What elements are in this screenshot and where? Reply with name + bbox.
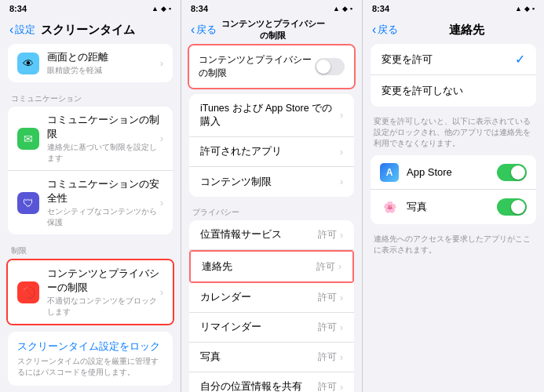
back-button-3[interactable]: ‹ 戻る <box>372 23 398 37</box>
back-label-3: 戻る <box>378 23 398 37</box>
content-privacy-highlight: 🚫 コンテンツとプライバシーの制限 不適切なコンテンツをブロックします › <box>6 259 174 325</box>
privacy-section-title: プライバシー <box>181 203 362 220</box>
comm-section-header: コミュニケーション <box>0 89 181 107</box>
location-row[interactable]: 位置情報サービス 許可 › <box>189 220 354 250</box>
battery-icon-1: ▪ <box>169 5 171 13</box>
content-privacy-row[interactable]: 🚫 コンテンツとプライバシーの制限 不適切なコンテンツをブロックします › <box>8 260 173 324</box>
itunes-label: iTunes および App Store での購入 <box>200 102 340 129</box>
content-privacy-toggle[interactable] <box>315 58 345 75</box>
panel-content-privacy: 8:34 ▲ ◆ ▪ ‹ 戻る コンテンツとプライバシーの制限 コンテンツとプラ… <box>181 0 363 392</box>
signal-icon-3: ▲ <box>515 5 522 13</box>
allow-changes-row[interactable]: 変更を許可 ✓ <box>371 44 536 75</box>
photos-app-row[interactable]: 🌸 写真 <box>371 190 536 224</box>
back-label-1: 設定 <box>15 23 35 37</box>
chevron-icon: › <box>340 110 343 121</box>
toggle-highlight-box: コンテンツとプライバシーの制限 <box>188 44 356 89</box>
itunes-appstore-row[interactable]: iTunes および App Store での購入 › <box>189 94 354 137</box>
wifi-icon-3: ◆ <box>524 5 530 13</box>
allow-changes-label: 変更を許可 <box>382 53 515 67</box>
status-bar-1: 8:34 ▲ ◆ ▪ <box>0 0 181 16</box>
nav-title-1: スクリーンタイム <box>35 23 140 38</box>
allowed-apps-label: 許可されたアプリ <box>200 145 340 158</box>
appstore-app-row[interactable]: A App Store <box>371 155 536 190</box>
comm-limit-row[interactable]: ✉ コミュニケーションの制限 連絡先に基づいて制限を設定します › <box>8 107 173 171</box>
comm-safety-subtitle: センシティブなコンテンツから保護 <box>47 206 160 228</box>
back-label-2: 戻る <box>196 23 217 37</box>
panel-contacts: 8:34 ▲ ◆ ▪ ‹ 戻る 連絡先 変更を許可 ✓ 変更を許可しない 変更を… <box>363 0 544 392</box>
wifi-icon-2: ◆ <box>342 5 348 13</box>
appstore-app-icon: A <box>380 163 399 182</box>
chevron-icon: › <box>160 132 163 144</box>
chevron-icon: › <box>340 322 343 333</box>
photos-app-label: 写真 <box>407 200 497 214</box>
chevron-icon: › <box>340 292 343 303</box>
toggle-knob-photos <box>511 200 525 214</box>
chevron-icon: › <box>338 261 341 272</box>
back-chevron-2: ‹ <box>191 23 195 37</box>
nav-bar-1: ‹ 設定 スクリーンタイム <box>0 16 181 44</box>
photos-value: 許可 <box>318 350 337 364</box>
lock-section[interactable]: スクリーンタイム設定をロック スクリーンタイムの設定を厳重に管理するにはパスコー… <box>8 332 173 386</box>
status-icons-2: ▲ ◆ ▪ <box>333 5 352 13</box>
status-bar-3: 8:34 ▲ ◆ ▪ <box>363 0 544 16</box>
battery-icon-2: ▪ <box>350 5 352 13</box>
comm-limit-text: コミュニケーションの制限 連絡先に基づいて制限を設定します <box>47 113 160 164</box>
lock-desc: スクリーンタイムの設定を厳重に管理するにはパスコードを使用します。 <box>17 356 163 378</box>
comm-group: ✉ コミュニケーションの制限 連絡先に基づいて制限を設定します › 🛡 コミュニ… <box>8 107 173 234</box>
nav-title-3: 連絡先 <box>398 23 535 38</box>
contacts-value: 許可 <box>316 260 335 274</box>
chevron-icon: › <box>340 147 343 158</box>
photos-row[interactable]: 写真 許可 › <box>189 343 354 372</box>
signal-icon-1: ▲ <box>152 5 159 13</box>
comm-limit-title: コミュニケーションの制限 <box>47 113 160 141</box>
disallow-changes-row[interactable]: 変更を許可しない <box>371 75 536 107</box>
comm-limit-subtitle: 連絡先に基づいて制限を設定します <box>47 142 160 164</box>
lock-title: スクリーンタイム設定をロック <box>17 339 163 354</box>
panel1-content: 👁 画面との距離 眼精疲労を軽減 › コミュニケーション ✉ コミュニケーション… <box>0 44 181 392</box>
location-share-row[interactable]: 自分の位置情報を共有 許可 › <box>189 372 354 392</box>
comm-safety-text: コミュニケーションの安全性 センシティブなコンテンツから保護 <box>47 177 160 228</box>
calendar-value: 許可 <box>318 291 337 304</box>
content-limit-row[interactable]: コンテンツ制限 › <box>189 167 354 197</box>
chevron-icon: › <box>160 286 163 298</box>
chevron-icon: › <box>340 382 343 393</box>
contacts-row[interactable]: 連絡先 許可 › <box>191 252 352 281</box>
panel3-content: 変更を許可 ✓ 変更を許可しない 変更を許可しないと、以下に表示されている設定が… <box>363 44 544 392</box>
appstore-toggle[interactable] <box>497 164 527 181</box>
status-time-3: 8:34 <box>372 4 389 13</box>
panel-screen-time: 8:34 ▲ ◆ ▪ ‹ 設定 スクリーンタイム 👁 画面との距離 眼精疲労を軽… <box>0 0 181 392</box>
chevron-icon: › <box>160 57 163 69</box>
toggle-row-label: コンテンツとプライバシーの制限 <box>199 53 315 80</box>
photos-toggle[interactable] <box>497 198 527 216</box>
screen-distance-row[interactable]: 👁 画面との距離 眼精疲労を軽減 › <box>8 44 173 82</box>
screen-distance-title: 画面との距離 <box>47 50 160 64</box>
reminders-label: リマインダー <box>200 321 318 334</box>
location-share-label: 自分の位置情報を共有 <box>200 380 318 392</box>
reminders-row[interactable]: リマインダー 許可 › <box>189 313 354 343</box>
nav-title-2: コンテンツとプライバシーの制限 <box>217 18 329 42</box>
nav-bar-2: ‹ 戻る コンテンツとプライバシーの制限 <box>181 16 362 44</box>
calendar-row[interactable]: カレンダー 許可 › <box>189 283 354 313</box>
content-privacy-toggle-row[interactable]: コンテンツとプライバシーの制限 <box>189 45 354 88</box>
back-button-1[interactable]: ‹ 設定 <box>9 23 35 37</box>
toggle-knob-2 <box>316 60 330 74</box>
calendar-label: カレンダー <box>200 291 318 304</box>
status-time-1: 8:34 <box>9 4 27 13</box>
bottom-info-text: 連絡先へのアクセスを要求したアプリがここに表示されます。 <box>363 230 544 262</box>
comm-safety-row[interactable]: 🛡 コミュニケーションの安全性 センシティブなコンテンツから保護 › <box>8 171 173 234</box>
wifi-icon-1: ◆ <box>161 5 166 13</box>
allowed-apps-row[interactable]: 許可されたアプリ › <box>189 137 354 167</box>
location-value: 許可 <box>318 228 337 241</box>
limit-section-header: 制限 <box>0 241 181 259</box>
status-icons-3: ▲ ◆ ▪ <box>515 5 535 13</box>
main-rows-group: iTunes および App Store での購入 › 許可されたアプリ › コ… <box>189 94 354 197</box>
screen-distance-group: 👁 画面との距離 眼精疲労を軽減 › <box>8 44 173 82</box>
appstore-app-label: App Store <box>407 166 497 178</box>
reminders-value: 許可 <box>318 321 337 334</box>
status-time-2: 8:34 <box>191 4 208 13</box>
back-button-2[interactable]: ‹ 戻る <box>191 23 217 37</box>
comm-icon: ✉ <box>17 128 39 150</box>
status-bar-2: 8:34 ▲ ◆ ▪ <box>181 0 362 16</box>
app-rows-group: A App Store 🌸 写真 <box>371 155 536 224</box>
content-privacy-subtitle: 不適切なコンテンツをブロックします <box>47 296 160 318</box>
